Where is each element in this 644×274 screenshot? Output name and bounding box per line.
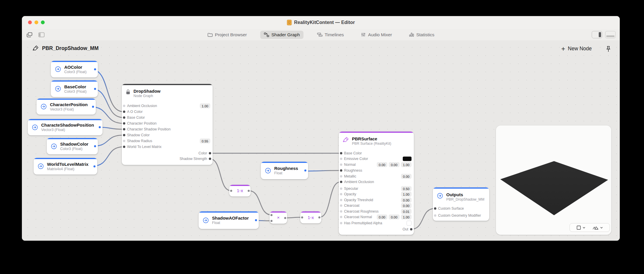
input-port[interactable]	[123, 128, 125, 130]
input-port[interactable]	[340, 216, 342, 218]
input-label: Character Position	[127, 121, 157, 125]
checkbox[interactable]	[407, 221, 412, 226]
output-port[interactable]	[92, 106, 94, 108]
input-port[interactable]	[340, 222, 342, 224]
preview-shape-selector[interactable]	[576, 225, 586, 230]
input-label: Clearcoat	[344, 204, 360, 208]
toggle-right-panel-button[interactable]	[592, 31, 602, 38]
node-Outputs[interactable]: Outputs PBR_DropShadow_MM Custom Surface…	[433, 187, 489, 221]
output-port[interactable]	[284, 217, 286, 219]
tab-timelines[interactable]: Timelines	[313, 31, 348, 39]
node-accent-bar	[28, 119, 103, 120]
tab-audio-mixer[interactable]: Audio Mixer	[357, 31, 395, 39]
input-port[interactable]	[270, 214, 272, 216]
input-port[interactable]	[434, 214, 436, 217]
input-port[interactable]	[434, 207, 436, 210]
output-port[interactable]	[99, 126, 101, 128]
value-field[interactable]: 0.00	[377, 215, 387, 220]
node-Multiply[interactable]: ×	[270, 211, 287, 224]
input-port[interactable]	[340, 193, 342, 195]
node-DropShadow[interactable]: DropShadow Node Graph Ambient Occlusion …	[122, 84, 213, 165]
input-port[interactable]	[123, 146, 125, 148]
output-port[interactable]	[304, 170, 306, 172]
node-CharacterPosition[interactable]: CharacterPosition Vector3 (Float)	[37, 99, 96, 115]
value-field[interactable]: 0.00	[401, 198, 412, 203]
shader-graph-canvas[interactable]: PBR_DropShadow_MM + New Node AOColor Col…	[22, 40, 620, 241]
node-WorldToLevelMatrix[interactable]: WorldToLevelMatrix Matrix4x4 (Float)	[34, 158, 97, 175]
value-field[interactable]: 1.00	[401, 192, 412, 197]
value-field[interactable]: 0.50	[401, 186, 412, 191]
output-port[interactable]	[93, 165, 96, 167]
window-title: RealityKitContent — Editor	[294, 20, 355, 25]
input-port[interactable]	[340, 158, 342, 160]
input-port[interactable]	[123, 134, 125, 136]
input-row: World To Level Matrix	[122, 144, 213, 149]
node-CharacteShadowPosition[interactable]: CharacteShadowPosition Vector3 (Float)	[28, 119, 103, 135]
tab-statistics[interactable]: Statistics	[405, 31, 438, 39]
color-swatch[interactable]	[403, 157, 412, 161]
input-port[interactable]	[340, 175, 342, 178]
node-subtitle: Vector3 (Float)	[41, 128, 94, 132]
node-subtitle: Float	[212, 221, 249, 225]
node-subtitle: PBR_DropShadow_MM	[446, 197, 485, 202]
input-row: Normal 0.000.001.00	[339, 162, 414, 167]
node-Roughness[interactable]: Roughness Float	[261, 162, 308, 179]
output-port[interactable]	[318, 216, 320, 218]
tab-project-browser[interactable]: Project Browser	[204, 31, 250, 39]
output-port[interactable]	[255, 219, 257, 221]
preview-environment-selector[interactable]	[592, 225, 603, 230]
input-port[interactable]	[230, 190, 232, 192]
output-port[interactable]	[94, 145, 96, 147]
value-field[interactable]: 1.00	[401, 215, 412, 220]
editor-tabs: Project Browser Shader Graph Timelines A…	[22, 29, 620, 40]
input-port[interactable]	[340, 181, 342, 183]
value-field[interactable]: 0.00	[389, 215, 399, 220]
value-field[interactable]: 0.01	[401, 209, 412, 214]
input-row: Clearcoat Normal 0.000.001.00	[339, 214, 414, 220]
input-label: Custom Geometry Modifier	[438, 213, 481, 218]
output-port[interactable]	[248, 190, 250, 192]
toggle-bottom-panel-button[interactable]	[605, 31, 616, 38]
node-AOColor[interactable]: AOColor Color3 (Float)	[51, 61, 98, 77]
node-OneMinusA[interactable]: 1-x	[229, 185, 251, 197]
input-port[interactable]	[301, 216, 303, 218]
value-field[interactable]: 0.55	[200, 139, 210, 144]
node-ShadowAOFactor[interactable]: ShadowAOFactor Float	[199, 211, 259, 229]
input-port[interactable]	[123, 111, 125, 113]
output-port[interactable]	[94, 68, 96, 70]
value-field[interactable]: 0.00	[401, 174, 412, 179]
output-row: Shadow Strength	[122, 156, 213, 161]
input-port[interactable]	[123, 140, 125, 142]
output-port[interactable]	[94, 88, 96, 90]
output-port[interactable]	[209, 152, 211, 154]
input-port[interactable]	[340, 163, 342, 166]
input-port[interactable]	[340, 169, 342, 172]
value-field[interactable]: 1.00	[401, 162, 412, 167]
value-field[interactable]: 0.00	[401, 203, 412, 208]
document-icon	[287, 20, 292, 25]
output-port[interactable]	[209, 158, 211, 160]
brush-icon	[343, 137, 349, 143]
input-label: Has Premultiplied Alpha	[344, 221, 382, 225]
output-port[interactable]	[410, 228, 412, 230]
node-PBRSurface[interactable]: PBRSurface PBR Surface (RealityKit) Base…	[339, 132, 414, 235]
input-port[interactable]	[340, 204, 342, 207]
input-port[interactable]	[270, 220, 272, 222]
tab-shader-graph[interactable]: Shader Graph	[260, 31, 303, 39]
value-field[interactable]: 0.00	[377, 162, 387, 167]
node-title: BaseColor	[64, 84, 86, 89]
node-ShadowColor[interactable]: ShadowColor Color3 (Float)	[47, 138, 98, 154]
input-port[interactable]	[123, 105, 125, 107]
input-port[interactable]	[340, 152, 342, 154]
material-preview-panel[interactable]	[496, 125, 611, 235]
input-port[interactable]	[340, 210, 342, 213]
input-row: Custom Geometry Modifier	[433, 213, 489, 218]
input-port[interactable]	[123, 122, 125, 125]
input-port[interactable]	[123, 116, 125, 119]
input-port[interactable]	[340, 199, 342, 201]
value-field[interactable]: 0.00	[389, 162, 399, 167]
value-field[interactable]: 1.00	[200, 104, 210, 108]
input-port[interactable]	[340, 187, 342, 190]
node-BaseColor[interactable]: BaseColor Color3 (Float)	[51, 80, 98, 97]
node-OneMinusB[interactable]: 1-x	[300, 211, 321, 223]
